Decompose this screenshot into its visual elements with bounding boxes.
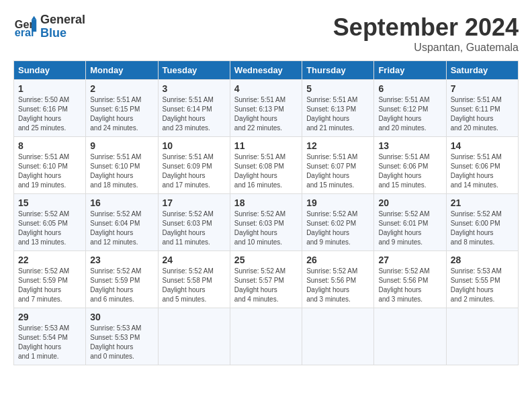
calendar-table: SundayMondayTuesdayWednesdayThursdayFrid… xyxy=(13,60,519,365)
calendar-cell: 7 Sunrise: 5:51 AM Sunset: 6:11 PM Dayli… xyxy=(446,80,518,137)
day-info: Sunrise: 5:52 AM Sunset: 6:04 PM Dayligh… xyxy=(90,210,153,247)
logo-text: General Blue xyxy=(40,13,85,40)
day-info: Sunrise: 5:51 AM Sunset: 6:06 PM Dayligh… xyxy=(378,152,441,190)
day-number: 20 xyxy=(378,197,441,208)
day-number: 8 xyxy=(18,140,81,151)
weekday-monday: Monday xyxy=(86,61,158,80)
calendar-cell: 1 Sunrise: 5:50 AM Sunset: 6:16 PM Dayli… xyxy=(14,80,86,137)
weekday-thursday: Thursday xyxy=(302,61,374,80)
week-row-3: 15 Sunrise: 5:52 AM Sunset: 6:05 PM Dayl… xyxy=(14,194,519,251)
day-info: Sunrise: 5:52 AM Sunset: 6:03 PM Dayligh… xyxy=(234,210,298,247)
day-number: 21 xyxy=(451,197,514,208)
logo-line1: General xyxy=(40,13,85,27)
day-number: 23 xyxy=(90,255,153,265)
day-number: 27 xyxy=(378,255,441,265)
calendar-cell: 18 Sunrise: 5:52 AM Sunset: 6:03 PM Dayl… xyxy=(230,194,302,251)
day-number: 4 xyxy=(234,83,298,94)
calendar-cell: 28 Sunrise: 5:53 AM Sunset: 5:55 PM Dayl… xyxy=(446,251,518,308)
calendar-cell: 5 Sunrise: 5:51 AM Sunset: 6:13 PM Dayli… xyxy=(302,80,374,137)
calendar-cell: 3 Sunrise: 5:51 AM Sunset: 6:14 PM Dayli… xyxy=(158,80,230,137)
day-info: Sunrise: 5:51 AM Sunset: 6:08 PM Dayligh… xyxy=(234,152,298,190)
calendar-cell xyxy=(446,308,518,365)
logo: Gen eral General Blue xyxy=(13,13,85,40)
day-info: Sunrise: 5:52 AM Sunset: 6:03 PM Dayligh… xyxy=(163,210,226,247)
calendar-cell: 16 Sunrise: 5:52 AM Sunset: 6:04 PM Dayl… xyxy=(86,194,158,251)
day-info: Sunrise: 5:51 AM Sunset: 6:11 PM Dayligh… xyxy=(451,95,514,133)
calendar-cell: 11 Sunrise: 5:51 AM Sunset: 6:08 PM Dayl… xyxy=(230,137,302,194)
calendar-cell: 29 Sunrise: 5:53 AM Sunset: 5:54 PM Dayl… xyxy=(14,308,86,365)
page-header: Gen eral General Blue September 2024 Usp… xyxy=(13,13,519,54)
svg-marker-2 xyxy=(32,19,36,32)
day-info: Sunrise: 5:51 AM Sunset: 6:06 PM Dayligh… xyxy=(451,152,514,190)
day-number: 11 xyxy=(234,140,298,151)
day-info: Sunrise: 5:52 AM Sunset: 5:59 PM Dayligh… xyxy=(18,267,81,304)
calendar-cell: 10 Sunrise: 5:51 AM Sunset: 6:09 PM Dayl… xyxy=(158,137,230,194)
weekday-saturday: Saturday xyxy=(446,61,518,80)
weekday-header-row: SundayMondayTuesdayWednesdayThursdayFrid… xyxy=(14,61,519,80)
week-row-2: 8 Sunrise: 5:51 AM Sunset: 6:10 PM Dayli… xyxy=(14,137,519,194)
day-info: Sunrise: 5:53 AM Sunset: 5:55 PM Dayligh… xyxy=(451,267,514,304)
day-info: Sunrise: 5:51 AM Sunset: 6:13 PM Dayligh… xyxy=(306,95,369,133)
calendar-cell: 13 Sunrise: 5:51 AM Sunset: 6:06 PM Dayl… xyxy=(374,137,446,194)
week-row-5: 29 Sunrise: 5:53 AM Sunset: 5:54 PM Dayl… xyxy=(14,308,519,365)
logo-icon: Gen eral xyxy=(13,15,38,39)
day-number: 12 xyxy=(306,140,369,151)
calendar-cell: 2 Sunrise: 5:51 AM Sunset: 6:15 PM Dayli… xyxy=(86,80,158,137)
day-info: Sunrise: 5:51 AM Sunset: 6:10 PM Dayligh… xyxy=(90,152,153,190)
day-number: 19 xyxy=(306,197,369,208)
day-info: Sunrise: 5:52 AM Sunset: 5:56 PM Dayligh… xyxy=(306,267,369,304)
day-number: 15 xyxy=(18,197,81,208)
day-number: 14 xyxy=(451,140,514,151)
day-number: 26 xyxy=(306,255,369,265)
day-info: Sunrise: 5:51 AM Sunset: 6:14 PM Dayligh… xyxy=(163,95,226,133)
weekday-wednesday: Wednesday xyxy=(230,61,302,80)
calendar-cell: 27 Sunrise: 5:52 AM Sunset: 5:56 PM Dayl… xyxy=(374,251,446,308)
svg-text:eral: eral xyxy=(15,26,34,38)
calendar-cell: 21 Sunrise: 5:52 AM Sunset: 6:00 PM Dayl… xyxy=(446,194,518,251)
day-info: Sunrise: 5:52 AM Sunset: 5:57 PM Dayligh… xyxy=(234,267,298,304)
day-info: Sunrise: 5:51 AM Sunset: 6:13 PM Dayligh… xyxy=(234,95,298,133)
day-info: Sunrise: 5:50 AM Sunset: 6:16 PM Dayligh… xyxy=(18,95,81,133)
day-info: Sunrise: 5:52 AM Sunset: 5:56 PM Dayligh… xyxy=(378,267,441,304)
day-info: Sunrise: 5:52 AM Sunset: 6:00 PM Dayligh… xyxy=(451,210,514,247)
weekday-friday: Friday xyxy=(374,61,446,80)
calendar-cell: 25 Sunrise: 5:52 AM Sunset: 5:57 PM Dayl… xyxy=(230,251,302,308)
day-number: 18 xyxy=(234,197,298,208)
day-number: 13 xyxy=(378,140,441,151)
day-number: 9 xyxy=(90,140,153,151)
weekday-sunday: Sunday xyxy=(14,61,86,80)
calendar-cell: 9 Sunrise: 5:51 AM Sunset: 6:10 PM Dayli… xyxy=(86,137,158,194)
calendar-cell: 17 Sunrise: 5:52 AM Sunset: 6:03 PM Dayl… xyxy=(158,194,230,251)
day-number: 7 xyxy=(451,83,514,94)
day-number: 25 xyxy=(234,255,298,265)
day-number: 28 xyxy=(451,255,514,265)
calendar-cell: 14 Sunrise: 5:51 AM Sunset: 6:06 PM Dayl… xyxy=(446,137,518,194)
calendar-cell xyxy=(230,308,302,365)
calendar-cell xyxy=(302,308,374,365)
day-number: 1 xyxy=(18,83,81,94)
logo-line2: Blue xyxy=(40,27,85,40)
day-info: Sunrise: 5:51 AM Sunset: 6:09 PM Dayligh… xyxy=(163,152,226,190)
calendar-cell: 24 Sunrise: 5:52 AM Sunset: 5:58 PM Dayl… xyxy=(158,251,230,308)
day-info: Sunrise: 5:53 AM Sunset: 5:54 PM Dayligh… xyxy=(18,324,81,361)
day-info: Sunrise: 5:52 AM Sunset: 6:02 PM Dayligh… xyxy=(306,210,369,247)
calendar-cell: 4 Sunrise: 5:51 AM Sunset: 6:13 PM Dayli… xyxy=(230,80,302,137)
day-number: 10 xyxy=(163,140,226,151)
calendar-cell: 20 Sunrise: 5:52 AM Sunset: 6:01 PM Dayl… xyxy=(374,194,446,251)
week-row-4: 22 Sunrise: 5:52 AM Sunset: 5:59 PM Dayl… xyxy=(14,251,519,308)
day-info: Sunrise: 5:51 AM Sunset: 6:07 PM Dayligh… xyxy=(306,152,369,190)
day-number: 16 xyxy=(90,197,153,208)
day-info: Sunrise: 5:52 AM Sunset: 6:05 PM Dayligh… xyxy=(18,210,81,247)
day-number: 17 xyxy=(163,197,226,208)
day-number: 30 xyxy=(90,312,153,322)
calendar-cell: 12 Sunrise: 5:51 AM Sunset: 6:07 PM Dayl… xyxy=(302,137,374,194)
day-number: 3 xyxy=(163,83,226,94)
calendar-cell: 19 Sunrise: 5:52 AM Sunset: 6:02 PM Dayl… xyxy=(302,194,374,251)
calendar-cell: 8 Sunrise: 5:51 AM Sunset: 6:10 PM Dayli… xyxy=(14,137,86,194)
calendar-cell: 6 Sunrise: 5:51 AM Sunset: 6:12 PM Dayli… xyxy=(374,80,446,137)
day-info: Sunrise: 5:52 AM Sunset: 5:58 PM Dayligh… xyxy=(163,267,226,304)
day-number: 24 xyxy=(163,255,226,265)
calendar-cell: 15 Sunrise: 5:52 AM Sunset: 6:05 PM Dayl… xyxy=(14,194,86,251)
day-number: 29 xyxy=(18,312,81,322)
day-info: Sunrise: 5:51 AM Sunset: 6:12 PM Dayligh… xyxy=(378,95,441,133)
